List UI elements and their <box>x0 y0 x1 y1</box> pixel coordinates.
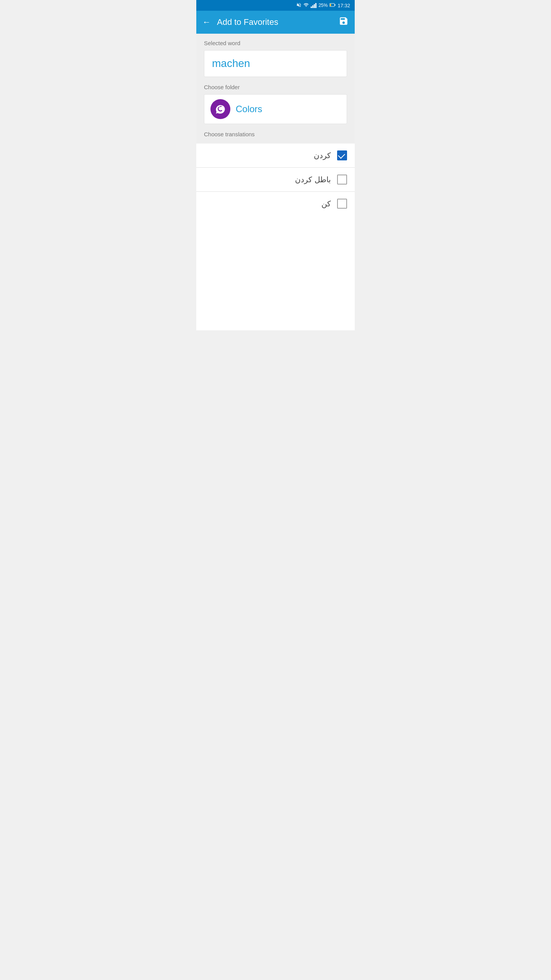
signal-icon <box>311 3 316 8</box>
choose-translations-label: Choose translations <box>204 131 347 137</box>
selected-word-box: machen <box>204 50 347 77</box>
choose-folder-label: Choose folder <box>204 84 347 90</box>
translation-checkbox-2[interactable] <box>337 175 347 185</box>
mute-icon <box>296 2 302 9</box>
wifi-icon <box>303 2 309 9</box>
status-time: 17:32 <box>337 3 350 8</box>
translation-item-3[interactable]: کن <box>196 192 355 216</box>
status-icons: 25% 17:32 <box>296 2 350 9</box>
translation-text-3: کن <box>321 199 331 208</box>
svg-rect-2 <box>330 4 331 6</box>
empty-content-area <box>196 216 355 330</box>
translation-checkbox-1[interactable] <box>337 150 347 160</box>
save-button[interactable] <box>339 16 349 28</box>
selected-word-value: machen <box>212 57 250 69</box>
content-area: Selected word machen Choose folder Color… <box>196 34 355 144</box>
translations-list: کردن باطل کردن کن <box>196 144 355 216</box>
folder-icon <box>210 99 230 119</box>
status-bar: 25% 17:32 <box>196 0 355 11</box>
folder-name: Colors <box>236 104 262 114</box>
folder-selector[interactable]: Colors <box>204 94 347 124</box>
back-button[interactable]: ← <box>202 18 211 26</box>
battery-percent: 25% <box>318 3 328 8</box>
app-bar-title: Add to Favorites <box>217 17 278 27</box>
translation-text-1: کردن <box>314 151 331 160</box>
translation-checkbox-3[interactable] <box>337 199 347 209</box>
svg-rect-1 <box>335 4 336 6</box>
app-bar-left: ← Add to Favorites <box>202 17 278 27</box>
battery-icon <box>329 2 336 9</box>
translation-item-1[interactable]: کردن <box>196 144 355 168</box>
selected-word-label: Selected word <box>204 40 347 46</box>
translation-item-2[interactable]: باطل کردن <box>196 168 355 192</box>
translation-text-2: باطل کردن <box>295 175 331 184</box>
app-bar: ← Add to Favorites <box>196 11 355 34</box>
